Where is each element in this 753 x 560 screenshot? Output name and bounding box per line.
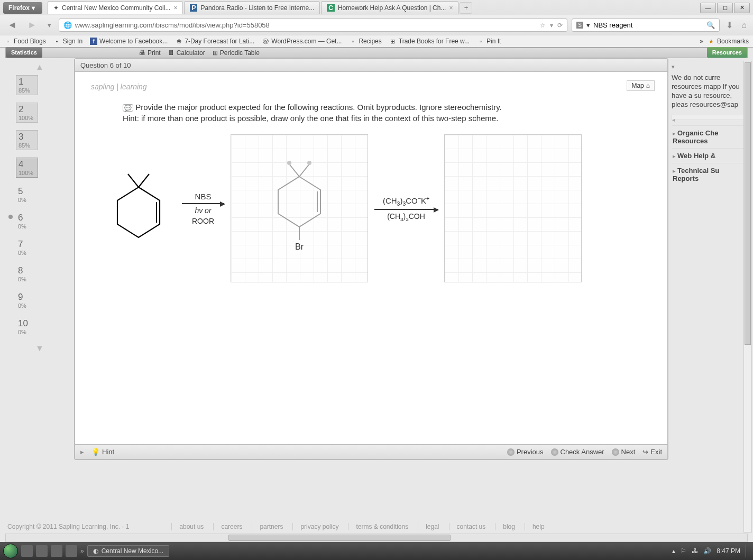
starting-material-structure <box>102 166 176 251</box>
resources-collapse[interactable]: ▾ <box>672 63 745 70</box>
tray-volume-icon[interactable]: 🔊 <box>703 547 711 555</box>
previous-button[interactable]: Previous <box>507 448 544 456</box>
product-draw-area[interactable] <box>444 134 582 282</box>
question-nav-8[interactable]: 80% <box>16 264 70 283</box>
bookmark-recipes[interactable]: ▫Recipes <box>349 38 381 45</box>
footer-link-legal[interactable]: legal <box>418 523 439 530</box>
clock[interactable]: 8:47 PM <box>717 547 740 555</box>
expand-icon[interactable]: ▸ <box>80 448 84 456</box>
forward-button[interactable]: ► <box>24 19 40 32</box>
statistics-tab[interactable]: Statistics <box>6 47 42 58</box>
periodic-table-button[interactable]: ⊞Periodic Table <box>213 49 260 57</box>
calculator-button[interactable]: 🖩Calculator <box>168 49 205 57</box>
url-bar[interactable]: 🌐 www.saplinglearning.com/ibiscms/mod/ib… <box>59 19 568 32</box>
footer-link-careers[interactable]: careers <box>213 523 242 530</box>
downloads-icon[interactable]: ⬇ <box>724 20 735 30</box>
footer-link-blog[interactable]: blog <box>495 523 515 530</box>
question-nav-10[interactable]: 100% <box>16 317 70 336</box>
next-button[interactable]: Next <box>612 448 636 456</box>
maximize-button[interactable]: ◻ <box>717 3 733 13</box>
tab-1[interactable]: ✦ Central New Mexico Community Coll... × <box>48 1 183 14</box>
start-button[interactable] <box>3 544 18 558</box>
tray-flag-icon[interactable]: ⚐ <box>681 547 686 555</box>
question-nav-4[interactable]: 4100% <box>16 158 38 178</box>
question-percent: 100% <box>19 115 33 121</box>
footer-link-partners[interactable]: partners <box>252 523 283 530</box>
search-icon[interactable]: 🔍 <box>706 21 715 29</box>
reload-icon[interactable]: ⟳ <box>557 22 563 29</box>
resource-web-help[interactable]: Web Help & <box>672 148 745 163</box>
intermediate-draw-area[interactable]: Br <box>231 134 368 282</box>
home-icon[interactable]: ⌂ <box>739 21 749 30</box>
search-bar[interactable]: S▾ 🔍 <box>572 19 720 32</box>
footer-link-help[interactable]: help <box>525 523 545 530</box>
close-icon[interactable]: × <box>173 4 177 12</box>
tab-3[interactable]: C Homework Help Ask A Question | Ch... × <box>321 1 458 14</box>
question-nav-7[interactable]: 70% <box>16 238 70 257</box>
history-button[interactable]: ▾ <box>44 20 54 30</box>
close-window-button[interactable]: ✕ <box>734 3 750 13</box>
bookmark-pinit[interactable]: ▫Pin It <box>477 38 501 45</box>
resource-tech-support[interactable]: Technical SuReports <box>672 163 745 186</box>
tab-2[interactable]: P Pandora Radio - Listen to Free Interne… <box>184 1 320 14</box>
taskbar-icon-3[interactable] <box>51 545 62 557</box>
hscroll-mini[interactable]: ◂ <box>672 115 745 120</box>
page-vertical-scrollbar[interactable] <box>743 61 752 533</box>
question-nav-1[interactable]: 185% <box>16 75 38 95</box>
svg-line-7 <box>299 163 310 177</box>
print-button[interactable]: 🖶Print <box>139 49 161 57</box>
chevron-down-icon: ▾ <box>32 4 35 12</box>
search-engine-icon[interactable]: S <box>576 22 583 29</box>
firefox-menu-button[interactable]: Firefox▾ <box>3 2 42 14</box>
bookmark-facebook[interactable]: fWelcome to Facebook... <box>90 38 168 45</box>
new-tab-button[interactable]: + <box>460 2 472 14</box>
bookmark-food-blogs[interactable]: ▫Food Blogs <box>4 38 46 45</box>
question-number: 2 <box>19 104 23 115</box>
back-button[interactable]: ◄ <box>4 19 20 32</box>
question-nav-5[interactable]: 50% <box>16 185 70 204</box>
question-number: 8 <box>18 265 23 276</box>
exit-icon: ↪ <box>642 448 648 456</box>
footer-link-about-us[interactable]: about us <box>171 523 204 530</box>
bookmark-trade-books[interactable]: ⊞Trade Books for Free w... <box>389 38 470 45</box>
taskbar-active-window[interactable]: ◐Central New Mexico... <box>87 545 169 557</box>
question-nav-6[interactable]: 60% <box>16 212 70 231</box>
taskbar-overflow[interactable]: » <box>80 547 84 555</box>
scroll-up-icon[interactable]: ▲ <box>7 62 72 72</box>
minimize-button[interactable]: — <box>700 3 716 13</box>
taskbar-icon-4[interactable] <box>66 545 77 557</box>
question-nav-2[interactable]: 2100% <box>16 103 38 123</box>
bookmarks-menu[interactable]: ★Bookmarks <box>708 38 749 45</box>
close-icon[interactable]: × <box>449 4 453 12</box>
svg-line-2 <box>128 174 139 187</box>
show-desktop-button[interactable] <box>746 545 750 557</box>
reagent-tbuoh-label: (CH3)3COH <box>387 212 425 222</box>
question-number: 1 <box>19 77 23 87</box>
bookmark-forecast[interactable]: ❀7-Day Forecast for Lati... <box>175 38 254 45</box>
question-percent: 0% <box>18 329 26 335</box>
tray-network-icon[interactable]: 🖧 <box>692 547 698 555</box>
scroll-down-icon[interactable]: ▼ <box>7 344 72 353</box>
bookmark-wordpress[interactable]: ⓦWordPress.com — Get... <box>262 38 342 45</box>
question-nav-9[interactable]: 90% <box>16 291 70 310</box>
bookmark-star-icon[interactable]: ☆ <box>540 22 546 29</box>
bookmark-sign-in[interactable]: ▪Sign In <box>53 38 82 45</box>
map-button[interactable]: Map⌂ <box>627 80 655 91</box>
question-percent: 0% <box>18 250 26 256</box>
taskbar-icon-2[interactable] <box>36 545 48 557</box>
search-input[interactable] <box>593 21 703 29</box>
hint-button[interactable]: 💡Hint <box>91 448 114 456</box>
page-horizontal-scrollbar[interactable] <box>5 534 748 542</box>
taskbar-icon-1[interactable] <box>21 545 33 557</box>
check-answer-button[interactable]: Check Answer <box>551 448 604 456</box>
tray-up-icon[interactable]: ▴ <box>672 547 675 555</box>
exit-button[interactable]: ↪Exit <box>642 448 662 456</box>
tab-title: Central New Mexico Community Coll... <box>62 4 170 12</box>
footer-link-terms-&-conditions[interactable]: terms & conditions <box>348 523 408 530</box>
footer-link-privacy-policy[interactable]: privacy policy <box>292 523 338 530</box>
bookmarks-overflow[interactable]: » <box>700 38 703 45</box>
question-nav-3[interactable]: 385% <box>16 130 38 150</box>
resource-organic-chem[interactable]: Organic CheResources <box>672 125 745 148</box>
resources-tab[interactable]: Resources <box>707 47 747 58</box>
footer-link-contact-us[interactable]: contact us <box>449 523 486 530</box>
